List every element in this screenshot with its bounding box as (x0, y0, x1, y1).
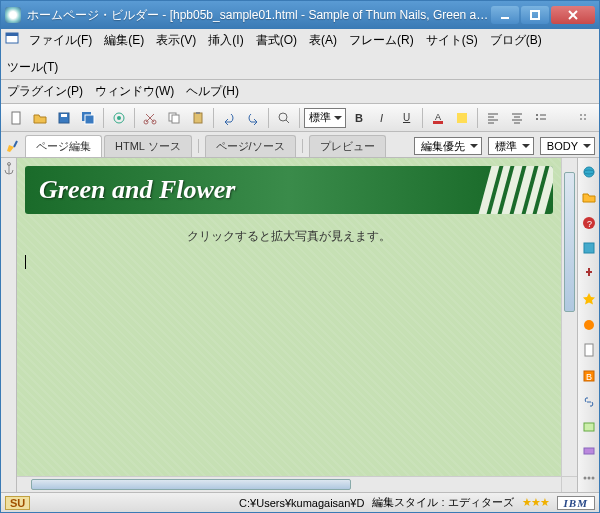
list-button[interactable] (530, 107, 552, 129)
find-button[interactable] (273, 107, 295, 129)
svg-line-20 (286, 120, 289, 123)
separator (422, 108, 423, 128)
svg-rect-1 (531, 11, 539, 19)
menu-tool[interactable]: ツール(T) (5, 58, 60, 77)
svg-point-35 (536, 114, 538, 116)
svg-rect-48 (584, 243, 594, 253)
help-icon[interactable]: ? (581, 215, 597, 231)
menu-help[interactable]: ヘルプ(H) (184, 82, 241, 101)
svg-point-56 (587, 477, 590, 480)
svg-text:B: B (586, 372, 592, 382)
editor-wrap: Green and Flower クリックすると拡大写真が見えます。 (17, 158, 577, 492)
align-left-button[interactable] (482, 107, 504, 129)
menu-file[interactable]: ファイル(F) (27, 31, 94, 50)
style-select[interactable]: 標準 (304, 108, 346, 128)
status-path: C:¥Users¥kumagaisan¥D (239, 497, 364, 509)
text-cursor (25, 255, 26, 269)
menu-view[interactable]: 表示(V) (154, 31, 198, 50)
hscroll-row (17, 476, 577, 492)
new-button[interactable] (5, 107, 27, 129)
menu-edit[interactable]: 編集(E) (102, 31, 146, 50)
info-icon[interactable] (581, 241, 597, 257)
edit-priority-value: 編集優先 (421, 139, 465, 154)
tab-preview[interactable]: プレビュー (309, 135, 386, 157)
maximize-button[interactable] (521, 6, 549, 24)
anchor-icon[interactable] (2, 162, 16, 176)
editor-canvas[interactable]: Green and Flower クリックすると拡大写真が見えます。 (17, 158, 561, 476)
more-icon[interactable] (581, 470, 597, 486)
menu-site[interactable]: サイト(S) (424, 31, 480, 50)
site-icon[interactable] (581, 164, 597, 180)
scrollbar-thumb[interactable] (564, 172, 575, 312)
pin-icon[interactable] (581, 266, 597, 282)
save-all-button[interactable] (77, 107, 99, 129)
star-icon[interactable] (581, 292, 597, 308)
editor-scroll: Green and Flower クリックすると拡大写真が見えます。 (17, 158, 577, 476)
undo-button[interactable] (218, 107, 240, 129)
save-button[interactable] (53, 107, 75, 129)
scrollbar-thumb[interactable] (31, 479, 351, 490)
system-menu-icon[interactable] (5, 31, 19, 45)
vertical-scrollbar[interactable] (561, 158, 577, 476)
close-button[interactable] (551, 6, 595, 24)
image-icon[interactable] (581, 419, 597, 435)
redo-button[interactable] (242, 107, 264, 129)
separator (477, 108, 478, 128)
folder-icon[interactable] (581, 190, 597, 206)
italic-button[interactable]: I (372, 107, 394, 129)
svg-point-39 (580, 114, 582, 116)
window-controls (491, 6, 595, 24)
separator (134, 108, 135, 128)
svg-rect-53 (584, 423, 594, 431)
tab-page-source[interactable]: ページ/ソース (205, 135, 296, 157)
view-tabbar: ページ編集 HTML ソース ページ/ソース プレビュー 編集優先 標準 BOD… (1, 132, 599, 158)
menubar-row1: ファイル(F) 編集(E) 表示(V) 挿入(I) 書式(O) 表(A) フレー… (1, 29, 599, 80)
menu-plugin[interactable]: プラグイン(P) (5, 82, 85, 101)
underline-button[interactable]: U (396, 107, 418, 129)
app-icon (5, 7, 21, 23)
align-center-button[interactable] (506, 107, 528, 129)
paste-button[interactable] (187, 107, 209, 129)
separator (213, 108, 214, 128)
svg-rect-26 (457, 113, 467, 123)
style-select-value: 標準 (309, 110, 331, 125)
open-button[interactable] (29, 107, 51, 129)
status-su-badge: SU (5, 496, 30, 510)
tag-select[interactable]: BODY (540, 137, 595, 155)
svg-rect-18 (196, 112, 200, 114)
link-icon[interactable] (581, 394, 597, 410)
menu-insert[interactable]: 挿入(I) (206, 31, 245, 50)
copy-button[interactable] (163, 107, 185, 129)
minimize-button[interactable] (491, 6, 519, 24)
preview-button[interactable] (108, 107, 130, 129)
separator (103, 108, 104, 128)
page-icon[interactable] (581, 343, 597, 359)
svg-rect-17 (194, 113, 202, 123)
globe-icon[interactable] (581, 317, 597, 333)
bgcolor-button[interactable] (451, 107, 473, 129)
svg-point-37 (536, 118, 538, 120)
menu-blog[interactable]: ブログ(B) (488, 31, 544, 50)
scroll-corner (561, 476, 577, 492)
size-select[interactable]: 標準 (488, 137, 534, 155)
svg-rect-6 (12, 112, 20, 124)
cut-button[interactable] (139, 107, 161, 129)
block-icon[interactable]: B (581, 368, 597, 384)
menu-format[interactable]: 書式(O) (254, 31, 299, 50)
banner-title: Green and Flower (39, 175, 235, 205)
grip-icon[interactable] (573, 107, 595, 129)
color-button[interactable]: A (427, 107, 449, 129)
menu-table[interactable]: 表(A) (307, 31, 339, 50)
app-window: ホームページ・ビルダー - [hpb05b_sample01.html - Sa… (0, 0, 600, 513)
tag-value: BODY (547, 140, 578, 152)
tab-html-source[interactable]: HTML ソース (104, 135, 192, 157)
tab-page-edit[interactable]: ページ編集 (25, 135, 102, 157)
bold-button[interactable]: B (348, 107, 370, 129)
svg-text:?: ? (587, 219, 592, 229)
paint-icon[interactable] (581, 445, 597, 461)
horizontal-scrollbar[interactable] (17, 476, 561, 492)
svg-point-12 (117, 116, 121, 120)
menu-window[interactable]: ウィンドウ(W) (93, 82, 176, 101)
menu-frame[interactable]: フレーム(R) (347, 31, 416, 50)
edit-priority-select[interactable]: 編集優先 (414, 137, 482, 155)
